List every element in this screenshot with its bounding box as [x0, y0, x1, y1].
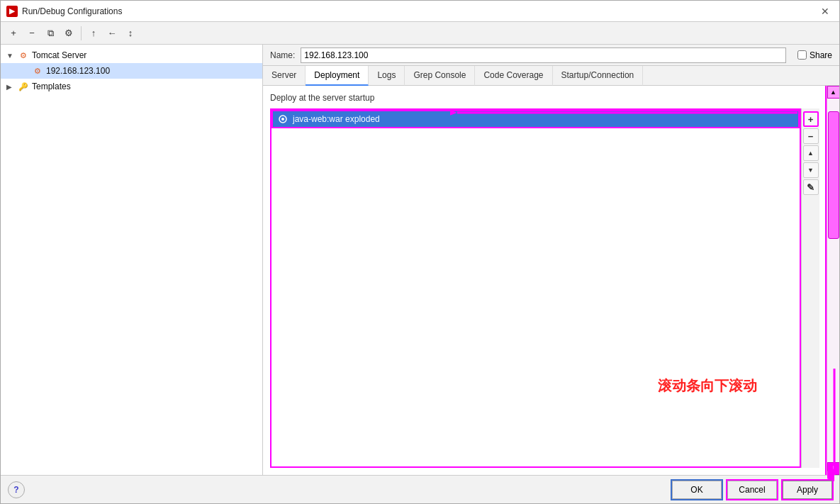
scrollbar-arrow-up[interactable]: ▲ [827, 86, 840, 99]
scrollbar-arrow-down[interactable]: ↓ [827, 462, 840, 475]
tomcat-instance-label: 192.168.123.100 [46, 66, 110, 76]
tree-item-tomcat-server[interactable]: ▼ ⚙ Tomcat Server [1, 47, 262, 63]
close-button[interactable]: ✕ [817, 3, 834, 20]
remove-item-button[interactable]: − [803, 128, 819, 144]
deploy-item-java-web[interactable]: java-web:war exploded [271, 110, 800, 128]
toolbar: + − ⧉ ⚙ ↑ ← ↕ [1, 22, 839, 45]
share-label: Share [810, 50, 832, 60]
tab-code-coverage[interactable]: Code Coverage [475, 66, 552, 86]
tree-item-tomcat-instance[interactable]: ▶ ⚙ 192.168.123.100 [1, 63, 262, 79]
deploy-section-title: Deploy at the server startup [270, 93, 819, 103]
tomcat-server-label: Tomcat Server [32, 50, 86, 60]
deploy-item-gear-icon [277, 113, 289, 125]
edit-item-button[interactable]: ✎ [803, 179, 819, 195]
right-panel: Name: Share Server Deployment Logs Grep … [263, 45, 839, 475]
help-button[interactable]: ? [8, 481, 25, 498]
scrollbar-thumb[interactable] [828, 111, 839, 239]
name-input[interactable] [301, 47, 786, 63]
item-toolbar: + − ▲ ▼ ✎ [801, 108, 819, 468]
deploy-item-label: java-web:war exploded [293, 114, 380, 124]
move-item-down-button[interactable]: ▼ [803, 162, 819, 178]
remove-config-button[interactable]: − [23, 25, 40, 42]
tomcat-server-icon: ⚙ [18, 50, 29, 61]
arrow-spacer: ▶ [21, 67, 32, 75]
move-up-button[interactable]: ↑ [85, 25, 102, 42]
cancel-button[interactable]: Cancel [727, 481, 777, 499]
tab-deployment[interactable]: Deployment [306, 66, 369, 86]
app-icon: ▶ [6, 6, 18, 17]
tomcat-instance-icon: ⚙ [32, 65, 43, 77]
share-checkbox-area[interactable]: Share [797, 50, 832, 60]
move-to-button[interactable]: ← [103, 25, 121, 42]
deployment-area: Deploy at the server startup [263, 86, 827, 475]
expand-arrow-tomcat: ▼ [6, 52, 18, 60]
config-tree: ▼ ⚙ Tomcat Server ▶ ⚙ 192.168.123.100 ▶ … [1, 45, 263, 475]
tab-grep-console[interactable]: Grep Console [405, 66, 475, 86]
add-config-button[interactable]: + [5, 25, 22, 42]
move-item-up-button[interactable]: ▲ [803, 145, 819, 161]
deploy-list: java-web:war exploded [271, 110, 800, 466]
expand-arrow-templates: ▶ [6, 83, 18, 91]
name-bar: Name: Share [263, 45, 839, 66]
title-bar: ▶ Run/Debug Configurations ✕ [1, 1, 839, 22]
tab-startup-connection[interactable]: Startup/Connection [553, 66, 644, 86]
bottom-bar: ? OK Cancel Apply [1, 475, 839, 503]
ok-button[interactable]: OK [672, 481, 722, 499]
apply-button[interactable]: Apply [783, 481, 832, 499]
tree-item-templates[interactable]: ▶ 🔑 Templates [1, 79, 262, 94]
copy-config-button[interactable]: ⧉ [42, 25, 59, 42]
sort-button[interactable]: ↕ [122, 25, 139, 42]
toolbar-separator [81, 26, 82, 40]
tab-server[interactable]: Server [263, 66, 306, 86]
dialog-title: Run/Debug Configurations [22, 6, 122, 16]
settings-button[interactable]: ⚙ [60, 25, 77, 42]
main-scrollbar[interactable]: ▲ ↓ [827, 86, 839, 475]
content-area: ▼ ⚙ Tomcat Server ▶ ⚙ 192.168.123.100 ▶ … [1, 45, 839, 475]
panel-content: Deploy at the server startup [263, 86, 839, 475]
name-label: Name: [270, 50, 295, 60]
templates-key-icon: 🔑 [18, 81, 29, 92]
add-item-button[interactable]: + [803, 111, 819, 127]
templates-label: Templates [32, 82, 71, 91]
tab-logs[interactable]: Logs [369, 66, 405, 86]
svg-point-1 [281, 118, 284, 121]
share-checkbox[interactable] [797, 50, 807, 60]
tabs-bar: Server Deployment Logs Grep Console Code… [263, 66, 839, 86]
